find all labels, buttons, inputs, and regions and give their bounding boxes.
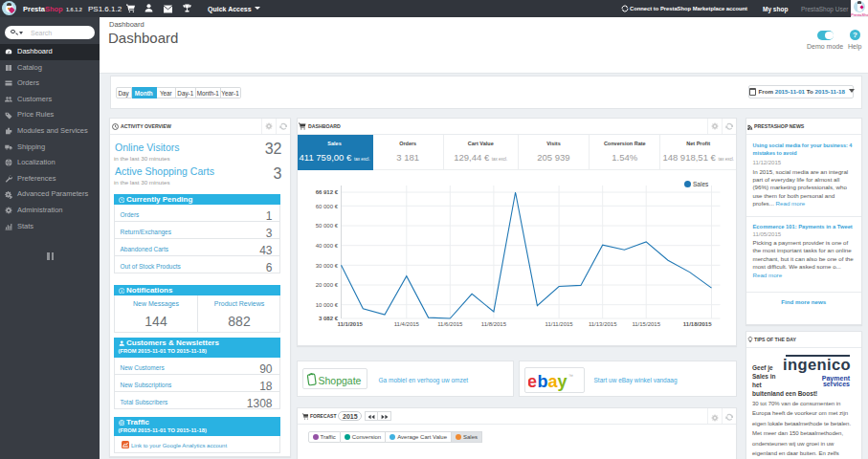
svg-text:11/1/2015: 11/1/2015 bbox=[337, 321, 363, 327]
svg-text:50 000 €: 50 000 € bbox=[315, 223, 338, 229]
svg-text:a: a bbox=[547, 372, 558, 391]
svg-text:11/13/2015: 11/13/2015 bbox=[588, 321, 616, 327]
svg-text:™: ™ bbox=[568, 373, 573, 379]
svg-text:11/6/2015: 11/6/2015 bbox=[437, 321, 463, 327]
svg-text:10 000 €: 10 000 € bbox=[315, 302, 338, 308]
svg-text:11/8/2015: 11/8/2015 bbox=[480, 321, 506, 327]
svg-text:11/11/2015: 11/11/2015 bbox=[545, 321, 573, 327]
svg-text:20 000 €: 20 000 € bbox=[315, 282, 338, 288]
svg-text:y: y bbox=[557, 372, 567, 391]
svg-text:b: b bbox=[537, 372, 547, 391]
svg-text:11/4/2015: 11/4/2015 bbox=[393, 321, 419, 327]
svg-text:60 000 €: 60 000 € bbox=[315, 204, 338, 209]
svg-text:3 082 €: 3 082 € bbox=[318, 316, 338, 321]
svg-text:11/18/2015: 11/18/2015 bbox=[682, 321, 711, 327]
svg-text:66 912 €: 66 912 € bbox=[315, 189, 338, 195]
svg-text:40 000 €: 40 000 € bbox=[315, 243, 338, 249]
svg-text:e: e bbox=[528, 372, 537, 391]
svg-text:Shopgate: Shopgate bbox=[318, 375, 361, 386]
svg-text:30 000 €: 30 000 € bbox=[315, 263, 338, 269]
svg-text:11/15/2015: 11/15/2015 bbox=[632, 321, 660, 327]
